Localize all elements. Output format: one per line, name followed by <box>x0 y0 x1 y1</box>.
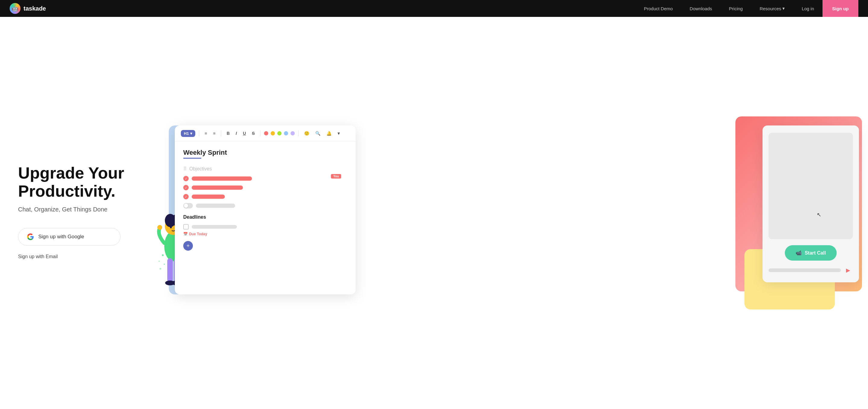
deadline-checkbox[interactable] <box>183 224 189 230</box>
nav-links: Product Demo Downloads Pricing Resources… <box>635 0 793 17</box>
task-bar-gray <box>196 204 235 208</box>
svg-point-13 <box>164 264 165 265</box>
drag-handle-icon: ⠿ <box>183 166 187 172</box>
more-button[interactable]: ▾ <box>336 130 341 137</box>
svg-point-14 <box>159 268 161 270</box>
video-icon: 📹 <box>796 250 802 256</box>
add-item-button[interactable]: + <box>183 241 193 251</box>
nav-resources[interactable]: Resources ▾ <box>751 0 793 17</box>
objectives-label: Objectives <box>189 166 212 172</box>
color-blue[interactable] <box>284 131 288 136</box>
table-row <box>183 185 347 190</box>
toolbar-separator <box>199 130 199 136</box>
color-yellow[interactable] <box>271 131 275 136</box>
nav-resources-label: Resources <box>760 6 781 11</box>
you-badge: You <box>331 174 341 179</box>
logo-icon: 🤖 <box>10 3 21 14</box>
doc-title: Weekly Sprint <box>183 149 347 156</box>
heading-selector[interactable]: H1 ▾ <box>181 130 195 137</box>
table-row <box>183 194 347 199</box>
deadline-bar <box>192 225 237 229</box>
hero-subtitle: Chat, Organize, Get Things Done <box>18 206 145 213</box>
start-call-label: Start Call <box>805 250 826 256</box>
hero-illustration: H1 ▾ ≡ ≡ B I U S 🙂 🔍 🔔 <box>145 122 850 303</box>
nav-product-demo[interactable]: Product Demo <box>635 0 681 17</box>
chat-input-bar <box>769 268 841 272</box>
svg-point-4 <box>170 227 172 228</box>
chevron-down-icon: ▾ <box>782 6 785 11</box>
calendar-icon: 📅 <box>183 232 188 236</box>
table-row: You <box>183 176 347 181</box>
color-purple[interactable] <box>290 131 295 136</box>
task-checkbox-3[interactable] <box>183 194 189 199</box>
table-row <box>183 224 347 230</box>
email-signup-button[interactable]: Sign up with Email <box>18 252 58 262</box>
task-bar-2 <box>192 185 243 190</box>
svg-rect-7 <box>167 258 173 282</box>
google-signup-button[interactable]: Sign up with Google <box>18 228 121 245</box>
task-toggle[interactable] <box>183 203 193 208</box>
task-bar-1 <box>192 176 252 181</box>
task-checkbox-2[interactable] <box>183 185 189 190</box>
chevron-down-icon: ▾ <box>190 131 192 136</box>
toggle-knob <box>184 204 188 208</box>
due-today-label: Due Today <box>189 232 207 236</box>
hero-left: Upgrade Your Productivity. Chat, Organiz… <box>18 164 145 262</box>
toolbar: H1 ▾ ≡ ≡ B I U S 🙂 🔍 🔔 <box>175 125 355 142</box>
due-today-badge: 📅 Due Today <box>183 232 347 236</box>
hero-title: Upgrade Your Productivity. <box>18 164 145 200</box>
underline-button[interactable]: U <box>241 130 248 137</box>
toolbar-separator-3 <box>260 130 260 136</box>
task-checkbox-1[interactable] <box>183 176 189 181</box>
color-red[interactable] <box>264 131 268 136</box>
italic-button[interactable]: I <box>234 130 239 137</box>
svg-point-11 <box>162 254 164 256</box>
card-content: Weekly Sprint ⠿ Objectives You <box>175 142 355 258</box>
logo-text: taskade <box>24 5 46 12</box>
deadlines-title: Deadlines <box>183 214 347 220</box>
nav-pricing[interactable]: Pricing <box>721 0 751 17</box>
login-button[interactable]: Log in <box>793 0 823 17</box>
strikethrough-button[interactable]: S <box>250 130 256 137</box>
navbar: 🤖 taskade Product Demo Downloads Pricing… <box>0 0 868 17</box>
svg-point-12 <box>158 261 160 262</box>
task-bar-3 <box>192 195 225 199</box>
nav-actions: Log in Sign up <box>793 0 858 17</box>
google-signup-label: Sign up with Google <box>38 234 84 240</box>
h1-label: H1 <box>184 131 189 136</box>
indent-left-button[interactable]: ≡ <box>203 130 209 137</box>
toolbar-separator-2 <box>221 130 221 136</box>
app-card: H1 ▾ ≡ ≡ B I U S 🙂 🔍 🔔 <box>175 125 355 294</box>
search-button[interactable]: 🔍 <box>313 130 322 137</box>
deadlines-section: Deadlines 📅 Due Today <box>183 214 347 236</box>
logo[interactable]: 🤖 taskade <box>10 3 46 14</box>
color-green[interactable] <box>277 131 281 136</box>
objectives-section: ⠿ Objectives <box>183 166 347 172</box>
notification-button[interactable]: 🔔 <box>324 130 333 137</box>
nav-downloads[interactable]: Downloads <box>681 0 720 17</box>
svg-point-6 <box>157 225 162 230</box>
hero-section: Upgrade Your Productivity. Chat, Organiz… <box>0 17 868 409</box>
video-area <box>769 133 853 239</box>
start-call-button[interactable]: 📹 Start Call <box>785 245 837 261</box>
send-button[interactable]: ▶ <box>843 265 853 275</box>
bold-button[interactable]: B <box>225 130 231 137</box>
indent-right-button[interactable]: ≡ <box>211 130 217 137</box>
doc-title-underline <box>183 158 201 159</box>
google-icon <box>27 233 34 240</box>
emoji-button[interactable]: 🙂 <box>302 130 311 137</box>
video-card: 📹 Start Call ▶ <box>763 125 859 282</box>
chat-input-row: ▶ <box>769 265 853 275</box>
toggle-row <box>183 203 347 208</box>
signup-button[interactable]: Sign up <box>823 0 858 17</box>
